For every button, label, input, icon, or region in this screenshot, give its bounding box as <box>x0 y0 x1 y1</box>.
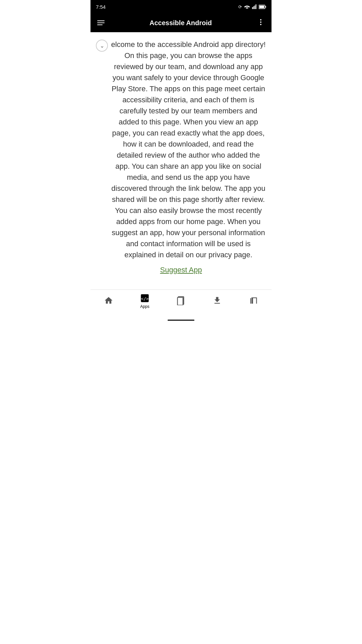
svg-point-8 <box>260 21 261 23</box>
menu-line-1 <box>97 20 105 21</box>
svg-rect-13 <box>178 297 183 305</box>
home-icon <box>104 296 113 305</box>
signal-icon <box>252 4 257 9</box>
svg-rect-5 <box>259 5 264 8</box>
menu-line-2 <box>97 22 105 23</box>
status-bar: 7:54 ⟳ <box>90 0 272 13</box>
more-options-button[interactable] <box>255 17 266 29</box>
main-content: ⌄ elcome to the accessible Android app d… <box>90 32 272 289</box>
welcome-section: ⌄ elcome to the accessible Android app d… <box>96 39 266 260</box>
pages-icon <box>176 296 186 305</box>
nav-item-home[interactable] <box>90 296 127 307</box>
app-bar: Accessible Android <box>90 13 272 32</box>
svg-rect-0 <box>252 7 253 9</box>
download-icon <box>213 296 222 305</box>
svg-text:</>: </> <box>141 296 148 301</box>
nav-label-apps: Apps <box>140 304 149 309</box>
code-icon: </> <box>140 293 149 303</box>
svg-point-9 <box>260 24 261 25</box>
app-bar-title: Accessible Android <box>111 19 250 27</box>
wifi-icon <box>244 5 250 9</box>
sync-icon: ⟳ <box>238 4 242 9</box>
svg-rect-1 <box>253 6 254 9</box>
bottom-navigation: </> Apps <box>90 289 272 316</box>
suggest-app-link[interactable]: Suggest App <box>96 266 266 274</box>
status-icons: ⟳ <box>238 4 266 9</box>
svg-point-7 <box>260 19 261 20</box>
collapse-button[interactable]: ⌄ <box>96 40 108 52</box>
nav-item-pages[interactable] <box>163 296 199 307</box>
chevron-down-icon: ⌄ <box>100 43 104 49</box>
home-indicator <box>168 320 194 321</box>
menu-line-3 <box>97 24 103 25</box>
status-time: 7:54 <box>96 4 106 10</box>
svg-rect-2 <box>254 6 255 9</box>
svg-rect-3 <box>256 4 256 9</box>
nav-item-download[interactable] <box>199 296 235 307</box>
welcome-text: elcome to the accessible Android app dir… <box>111 39 266 260</box>
nav-item-apps[interactable]: </> Apps <box>127 293 163 309</box>
hamburger-menu-button[interactable] <box>96 19 106 26</box>
nav-item-library[interactable] <box>235 296 272 307</box>
library-icon <box>249 296 258 305</box>
battery-icon <box>259 5 266 9</box>
svg-rect-6 <box>265 6 266 7</box>
